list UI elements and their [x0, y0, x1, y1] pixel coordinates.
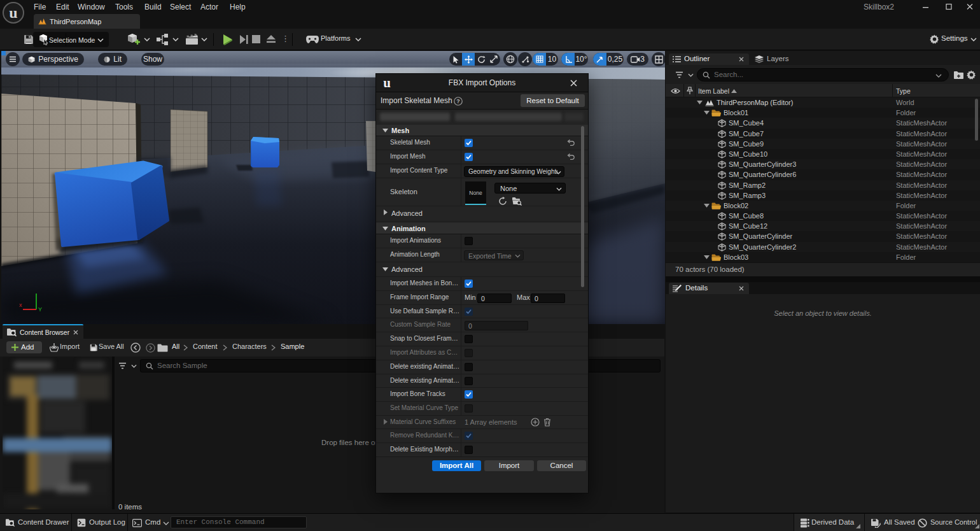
- svg-text:Y: Y: [38, 306, 42, 313]
- svg-text:?: ?: [456, 98, 459, 104]
- svg-text:x: x: [19, 302, 22, 308]
